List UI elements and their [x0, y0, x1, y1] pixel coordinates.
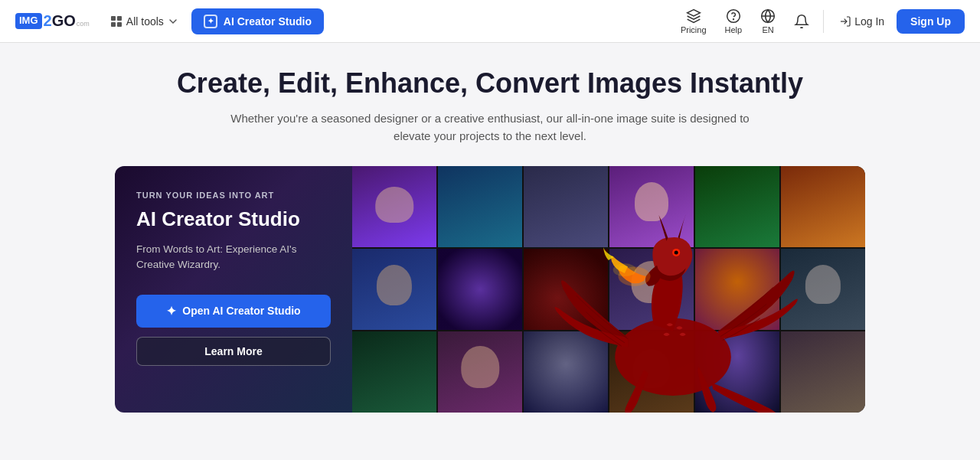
learn-more-button[interactable]: Learn More [136, 337, 331, 366]
header-actions: Pricing Help EN [673, 5, 965, 38]
collage-cell-1 [352, 166, 436, 247]
collage-cell-15 [524, 331, 608, 413]
logo-go: GO [52, 13, 76, 28]
login-button[interactable]: Log In [830, 11, 893, 32]
notifications-button[interactable] [786, 11, 817, 32]
lang-label: EN [763, 25, 774, 34]
globe-icon [760, 8, 776, 24]
collage-cell-7 [352, 249, 436, 330]
collage-cell-2 [438, 166, 522, 247]
banner-description: From Words to Art: Experience AI's Creat… [136, 242, 331, 273]
open-studio-label: Open AI Creator Studio [182, 305, 300, 317]
logo-img-text: IMG [19, 15, 38, 26]
banner-tag: TURN YOUR IDEAS INTO ART [136, 191, 331, 200]
svg-point-1 [733, 18, 733, 19]
all-tools-label: All tools [126, 15, 164, 28]
grid-icon [111, 16, 122, 27]
collage-cell-3 [524, 166, 608, 247]
collage-cell-18 [781, 331, 865, 413]
collage-cell-8 [438, 249, 522, 330]
collage-cell-13 [352, 331, 436, 413]
collage-grid [352, 166, 865, 413]
ai-creator-label: AI Creator Studio [224, 15, 312, 28]
signup-label: Sign Up [910, 15, 951, 28]
banner-right-panel [352, 166, 865, 413]
language-button[interactable]: EN [753, 5, 783, 38]
banner-title: AI Creator Studio [136, 207, 331, 231]
collage-cell-9 [524, 249, 608, 330]
hero-subtitle: Whether you're a seasoned designer or a … [214, 110, 766, 145]
pricing-icon [686, 8, 701, 24]
collage-cell-5 [695, 166, 779, 247]
open-studio-button[interactable]: ✦ Open AI Creator Studio [136, 295, 331, 328]
banner-left-panel: TURN YOUR IDEAS INTO ART AI Creator Stud… [115, 166, 352, 413]
pricing-label: Pricing [681, 25, 707, 34]
collage-cell-17 [695, 331, 779, 413]
header-divider [823, 10, 824, 33]
collage-cell-11 [695, 249, 779, 330]
banner: TURN YOUR IDEAS INTO ART AI Creator Stud… [115, 166, 865, 413]
collage-cell-10 [609, 249, 694, 330]
all-tools-button[interactable]: All tools [103, 11, 185, 32]
collage-cell-4 [609, 166, 694, 247]
login-icon [839, 15, 851, 28]
help-label: Help [725, 25, 743, 34]
signup-button[interactable]: Sign Up [897, 9, 965, 34]
hero-title: Create, Edit, Enhance, Convert Images In… [177, 67, 803, 100]
main-content: Create, Edit, Enhance, Convert Images In… [0, 43, 980, 413]
wand-icon: ✦ [166, 304, 176, 318]
collage-cell-12 [781, 249, 865, 330]
logo-com: com [77, 20, 90, 28]
collage-cell-16 [609, 331, 694, 413]
ai-creator-studio-button[interactable]: ✦ AI Creator Studio [191, 8, 324, 34]
login-label: Log In [854, 15, 884, 28]
pricing-button[interactable]: Pricing [673, 5, 714, 38]
bell-icon [794, 14, 809, 29]
help-button[interactable]: Help [717, 5, 750, 38]
ai-creator-icon: ✦ [204, 15, 217, 28]
help-icon [726, 8, 741, 24]
chevron-down-icon [168, 17, 178, 26]
logo-two: 2 [44, 13, 52, 28]
logo[interactable]: IMG 2 GO com [15, 13, 90, 29]
collage-cell-6 [781, 166, 865, 247]
learn-more-label: Learn More [204, 345, 262, 357]
svg-point-0 [727, 9, 740, 22]
collage-cell-14 [438, 331, 522, 413]
header: IMG 2 GO com All tools ✦ AI Creator Stud… [0, 0, 980, 43]
